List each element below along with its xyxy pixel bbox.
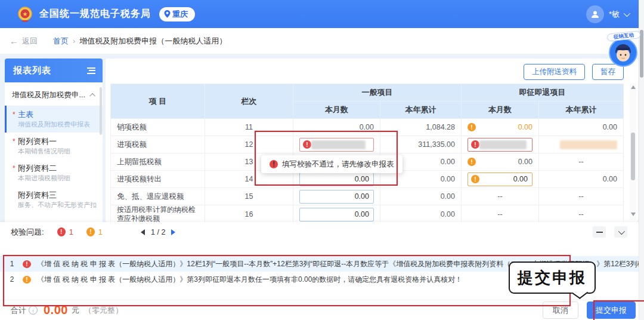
menu-icon[interactable] (87, 67, 95, 74)
submit-callout-bubble: 提交申报 (509, 261, 596, 294)
chevron-up-icon (89, 93, 95, 99)
cell-refund-ytd (539, 136, 624, 153)
declaration-form-panel: 上传附送资料 暂存 项 目 栏次 一般项目 即征即退项目 本月数 本年累计 本月… (106, 59, 638, 222)
cell-refund-month (462, 136, 539, 153)
required-asterisk: * (13, 164, 16, 173)
sidebar-group-toggle[interactable]: 增值税及附加税费申... (5, 82, 103, 106)
sidebar-item-label: 附列资料三 (18, 190, 98, 200)
validation-tooltip: 填写校验不通过，请先修改申报表 (261, 155, 402, 173)
sidebar-item-sublabel: 增值税及附加税费申报表 (18, 120, 98, 129)
chevron-down-icon (618, 227, 625, 234)
amount-input-error[interactable] (467, 138, 532, 152)
table-row: 免、抵、退应退税额 15 0.00 -- -- (111, 188, 624, 205)
pager-prev-icon[interactable] (141, 229, 145, 235)
amount-input-error[interactable] (299, 138, 374, 152)
row-line-no: 16 (205, 205, 293, 224)
pager-next-icon[interactable] (171, 229, 175, 235)
breadcrumb-home-link[interactable]: 首页 (53, 36, 69, 47)
total-amount: 0.00 (44, 303, 68, 317)
sidebar-item-appendix-1[interactable]: * 附列资料一 本期销售情况明细 (5, 133, 103, 159)
cancel-button[interactable]: 取消 (543, 301, 578, 319)
back-label: 返回 (22, 36, 38, 47)
avatar (586, 5, 604, 23)
error-count-badge[interactable]: 1 (57, 227, 73, 236)
cell-general-month (293, 205, 380, 224)
table-row: 按适用税率计算的纳税检查应补缴税额 16 0.00 -- -- (111, 205, 624, 224)
top-header: ★ 全国统一规范电子税务局 重庆 *敏 (0, 0, 644, 28)
callout-text: 提交申报 (518, 267, 587, 288)
breadcrumb: 返回 首页 › 增值税及附加税费申报（一般纳税人适用） (0, 28, 644, 54)
back-button[interactable]: 返回 (10, 36, 38, 47)
table-scrollbar-thumb[interactable] (631, 133, 635, 180)
row-item-label: 进项税额转出 (111, 171, 205, 188)
breadcrumb-separator: › (73, 36, 75, 45)
issue-pager: 1 / 2 (141, 228, 175, 236)
amount-input-warning[interactable] (467, 173, 532, 186)
row-item-label: 免、抵、退应退税额 (111, 188, 205, 205)
page-scrollbar[interactable] (639, 0, 644, 320)
col-header-ytd: 本年累计 (380, 101, 462, 119)
warning-icon (23, 276, 31, 284)
amount-input[interactable] (299, 173, 374, 186)
required-asterisk: * (13, 110, 16, 119)
tooltip-text: 填写校验不通过，请先修改申报表 (282, 159, 394, 170)
sidebar-item-label: 附列资料一 (18, 136, 98, 146)
cell-refund-month: 0.00 (462, 119, 539, 136)
cell-general-month (293, 136, 380, 153)
mascot-avatar (609, 38, 637, 67)
cell-general-ytd: 1,084.28 (380, 119, 462, 136)
region-selector[interactable]: 重庆 (159, 7, 195, 21)
col-group-general: 一般项目 (293, 84, 462, 101)
sidebar-header: 报表列表 (5, 59, 103, 82)
table-scrollbar[interactable] (630, 84, 636, 220)
minimize-panel-button[interactable] (593, 226, 606, 238)
scroll-down-icon[interactable] (631, 213, 636, 216)
cell-general-ytd: 0.00 (380, 188, 462, 205)
amount-field[interactable] (303, 210, 370, 219)
sidebar-item-main-form[interactable]: * 主表 增值税及附加税费申报表 (5, 106, 103, 133)
row-item-label: 销项税额 (111, 119, 205, 136)
sidebar-item-sublabel: 本期进项税额明细 (18, 174, 98, 183)
interaction-assistant-button[interactable]: 征纳互动 (607, 33, 639, 68)
svg-text:★: ★ (23, 11, 28, 17)
error-icon (270, 160, 278, 168)
cell-general-ytd: 0.00 (380, 205, 462, 224)
row-item-label: 上期留抵税额 (111, 153, 205, 171)
error-icon (303, 140, 311, 149)
sidebar-item-appendix-3[interactable]: 附列资料三 服务、不动产和无形资产扣 (5, 186, 103, 213)
warning-icon (467, 123, 476, 131)
collapse-panel-button[interactable] (614, 226, 627, 238)
submit-declaration-button[interactable]: 提交申报 (587, 301, 636, 319)
validation-label: 校验问题: (11, 227, 44, 238)
redacted-value (479, 140, 527, 149)
amount-input[interactable] (299, 208, 374, 221)
amount-field[interactable] (479, 174, 529, 184)
region-label: 重庆 (172, 9, 188, 20)
warning-count-badge[interactable]: 1 (86, 227, 103, 236)
user-menu[interactable]: *敏 (586, 5, 628, 23)
sidebar-item-appendix-2[interactable]: * 附列资料二 本期进项税额明细 (5, 159, 103, 186)
total-in-words: （零元整） (84, 305, 123, 316)
sidebar-title: 报表列表 (13, 65, 51, 76)
upload-attachments-button[interactable]: 上传附送资料 (524, 64, 585, 80)
col-group-refund: 即征即退项目 (462, 84, 624, 101)
page-scrollbar-thumb[interactable] (640, 30, 643, 78)
vat-report-table: 项 目 栏次 一般项目 即征即退项目 本月数 本年累计 本月数 本年累计 销项税… (110, 84, 624, 224)
amount-field[interactable] (303, 192, 370, 201)
table-row: 销项税额 11 0.00 1,084.28 0.00 0.00 (111, 119, 624, 136)
warning-icon (471, 175, 479, 183)
footer-bar: 合计 0.00 元 （零元整） 取消 提交申报 (0, 300, 644, 320)
cell-refund-month (462, 171, 539, 188)
user-name: *敏 (609, 9, 620, 20)
col-header-month: 本月数 (462, 101, 539, 119)
redacted-value (311, 140, 366, 149)
sidebar-item-label: 主表 (18, 109, 98, 119)
row-item-label: 进项税额 (111, 136, 205, 153)
sidebar-scrollbar[interactable] (100, 87, 102, 135)
issue-text: 《增 值 税 纳 税 申 报 表（一般纳税人适用）》第3列即征即退本月数任一项填… (37, 275, 462, 285)
scroll-up-icon[interactable] (631, 85, 636, 89)
cell-general-month: 0.00 (293, 119, 380, 136)
amount-field[interactable] (303, 174, 370, 184)
amount-input[interactable] (299, 190, 374, 204)
cell-refund-ytd: -- (539, 188, 624, 205)
